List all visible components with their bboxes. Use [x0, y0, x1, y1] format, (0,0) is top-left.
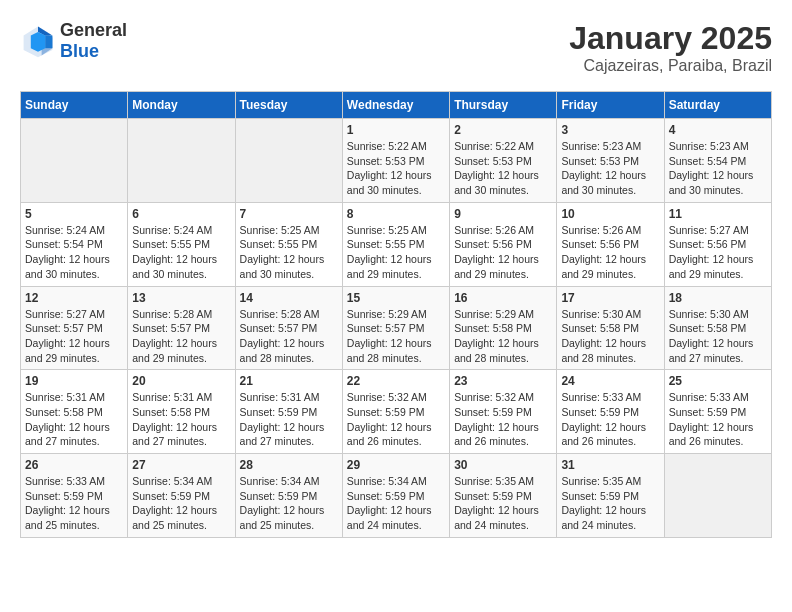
day-number: 14 [240, 291, 338, 305]
day-cell: 29Sunrise: 5:34 AM Sunset: 5:59 PM Dayli… [342, 454, 449, 538]
logo-icon [20, 23, 56, 59]
logo-general: General [60, 20, 127, 41]
day-info: Sunrise: 5:25 AM Sunset: 5:55 PM Dayligh… [240, 223, 338, 282]
day-info: Sunrise: 5:31 AM Sunset: 5:59 PM Dayligh… [240, 390, 338, 449]
day-cell: 23Sunrise: 5:32 AM Sunset: 5:59 PM Dayli… [450, 370, 557, 454]
day-cell: 24Sunrise: 5:33 AM Sunset: 5:59 PM Dayli… [557, 370, 664, 454]
day-info: Sunrise: 5:27 AM Sunset: 5:56 PM Dayligh… [669, 223, 767, 282]
day-number: 29 [347, 458, 445, 472]
day-cell: 6Sunrise: 5:24 AM Sunset: 5:55 PM Daylig… [128, 202, 235, 286]
day-info: Sunrise: 5:27 AM Sunset: 5:57 PM Dayligh… [25, 307, 123, 366]
day-number: 27 [132, 458, 230, 472]
day-info: Sunrise: 5:32 AM Sunset: 5:59 PM Dayligh… [347, 390, 445, 449]
day-number: 4 [669, 123, 767, 137]
day-cell: 31Sunrise: 5:35 AM Sunset: 5:59 PM Dayli… [557, 454, 664, 538]
day-number: 6 [132, 207, 230, 221]
day-cell [21, 119, 128, 203]
day-header-friday: Friday [557, 92, 664, 119]
day-cell: 11Sunrise: 5:27 AM Sunset: 5:56 PM Dayli… [664, 202, 771, 286]
day-header-wednesday: Wednesday [342, 92, 449, 119]
day-number: 2 [454, 123, 552, 137]
day-info: Sunrise: 5:28 AM Sunset: 5:57 PM Dayligh… [240, 307, 338, 366]
day-number: 20 [132, 374, 230, 388]
day-number: 1 [347, 123, 445, 137]
day-info: Sunrise: 5:26 AM Sunset: 5:56 PM Dayligh… [561, 223, 659, 282]
day-info: Sunrise: 5:32 AM Sunset: 5:59 PM Dayligh… [454, 390, 552, 449]
day-cell [235, 119, 342, 203]
day-header-monday: Monday [128, 92, 235, 119]
page-subtitle: Cajazeiras, Paraiba, Brazil [569, 57, 772, 75]
day-number: 13 [132, 291, 230, 305]
title-block: January 2025 Cajazeiras, Paraiba, Brazil [569, 20, 772, 75]
day-number: 16 [454, 291, 552, 305]
day-info: Sunrise: 5:29 AM Sunset: 5:57 PM Dayligh… [347, 307, 445, 366]
day-cell: 17Sunrise: 5:30 AM Sunset: 5:58 PM Dayli… [557, 286, 664, 370]
day-number: 11 [669, 207, 767, 221]
day-info: Sunrise: 5:23 AM Sunset: 5:53 PM Dayligh… [561, 139, 659, 198]
day-header-saturday: Saturday [664, 92, 771, 119]
calendar-table: SundayMondayTuesdayWednesdayThursdayFrid… [20, 91, 772, 538]
day-number: 26 [25, 458, 123, 472]
day-cell: 26Sunrise: 5:33 AM Sunset: 5:59 PM Dayli… [21, 454, 128, 538]
day-info: Sunrise: 5:33 AM Sunset: 5:59 PM Dayligh… [669, 390, 767, 449]
day-cell: 14Sunrise: 5:28 AM Sunset: 5:57 PM Dayli… [235, 286, 342, 370]
day-cell: 3Sunrise: 5:23 AM Sunset: 5:53 PM Daylig… [557, 119, 664, 203]
logo-blue: Blue [60, 41, 127, 62]
day-info: Sunrise: 5:34 AM Sunset: 5:59 PM Dayligh… [240, 474, 338, 533]
day-cell: 21Sunrise: 5:31 AM Sunset: 5:59 PM Dayli… [235, 370, 342, 454]
day-header-thursday: Thursday [450, 92, 557, 119]
day-info: Sunrise: 5:29 AM Sunset: 5:58 PM Dayligh… [454, 307, 552, 366]
day-cell: 10Sunrise: 5:26 AM Sunset: 5:56 PM Dayli… [557, 202, 664, 286]
day-number: 10 [561, 207, 659, 221]
day-headers-row: SundayMondayTuesdayWednesdayThursdayFrid… [21, 92, 772, 119]
day-number: 19 [25, 374, 123, 388]
day-number: 24 [561, 374, 659, 388]
day-number: 7 [240, 207, 338, 221]
logo: General Blue [20, 20, 127, 62]
day-info: Sunrise: 5:34 AM Sunset: 5:59 PM Dayligh… [347, 474, 445, 533]
day-number: 18 [669, 291, 767, 305]
day-cell: 25Sunrise: 5:33 AM Sunset: 5:59 PM Dayli… [664, 370, 771, 454]
day-number: 21 [240, 374, 338, 388]
svg-marker-3 [45, 36, 52, 49]
day-info: Sunrise: 5:24 AM Sunset: 5:55 PM Dayligh… [132, 223, 230, 282]
day-cell: 28Sunrise: 5:34 AM Sunset: 5:59 PM Dayli… [235, 454, 342, 538]
week-row: 26Sunrise: 5:33 AM Sunset: 5:59 PM Dayli… [21, 454, 772, 538]
day-cell: 22Sunrise: 5:32 AM Sunset: 5:59 PM Dayli… [342, 370, 449, 454]
day-cell: 20Sunrise: 5:31 AM Sunset: 5:58 PM Dayli… [128, 370, 235, 454]
week-row: 1Sunrise: 5:22 AM Sunset: 5:53 PM Daylig… [21, 119, 772, 203]
day-info: Sunrise: 5:25 AM Sunset: 5:55 PM Dayligh… [347, 223, 445, 282]
day-number: 15 [347, 291, 445, 305]
day-info: Sunrise: 5:31 AM Sunset: 5:58 PM Dayligh… [132, 390, 230, 449]
day-number: 25 [669, 374, 767, 388]
day-number: 28 [240, 458, 338, 472]
day-info: Sunrise: 5:26 AM Sunset: 5:56 PM Dayligh… [454, 223, 552, 282]
day-cell: 8Sunrise: 5:25 AM Sunset: 5:55 PM Daylig… [342, 202, 449, 286]
day-cell: 5Sunrise: 5:24 AM Sunset: 5:54 PM Daylig… [21, 202, 128, 286]
page-header: General Blue January 2025 Cajazeiras, Pa… [20, 20, 772, 75]
day-number: 17 [561, 291, 659, 305]
day-header-tuesday: Tuesday [235, 92, 342, 119]
week-row: 5Sunrise: 5:24 AM Sunset: 5:54 PM Daylig… [21, 202, 772, 286]
day-info: Sunrise: 5:22 AM Sunset: 5:53 PM Dayligh… [454, 139, 552, 198]
day-cell: 27Sunrise: 5:34 AM Sunset: 5:59 PM Dayli… [128, 454, 235, 538]
day-info: Sunrise: 5:35 AM Sunset: 5:59 PM Dayligh… [454, 474, 552, 533]
day-number: 12 [25, 291, 123, 305]
day-cell [664, 454, 771, 538]
day-cell: 15Sunrise: 5:29 AM Sunset: 5:57 PM Dayli… [342, 286, 449, 370]
day-info: Sunrise: 5:23 AM Sunset: 5:54 PM Dayligh… [669, 139, 767, 198]
day-number: 3 [561, 123, 659, 137]
day-cell: 7Sunrise: 5:25 AM Sunset: 5:55 PM Daylig… [235, 202, 342, 286]
day-number: 23 [454, 374, 552, 388]
logo-text: General Blue [60, 20, 127, 62]
day-header-sunday: Sunday [21, 92, 128, 119]
day-number: 8 [347, 207, 445, 221]
day-info: Sunrise: 5:33 AM Sunset: 5:59 PM Dayligh… [25, 474, 123, 533]
day-info: Sunrise: 5:31 AM Sunset: 5:58 PM Dayligh… [25, 390, 123, 449]
day-cell [128, 119, 235, 203]
day-cell: 4Sunrise: 5:23 AM Sunset: 5:54 PM Daylig… [664, 119, 771, 203]
calendar-body: 1Sunrise: 5:22 AM Sunset: 5:53 PM Daylig… [21, 119, 772, 538]
svg-marker-4 [31, 32, 45, 52]
day-cell: 1Sunrise: 5:22 AM Sunset: 5:53 PM Daylig… [342, 119, 449, 203]
day-cell: 2Sunrise: 5:22 AM Sunset: 5:53 PM Daylig… [450, 119, 557, 203]
